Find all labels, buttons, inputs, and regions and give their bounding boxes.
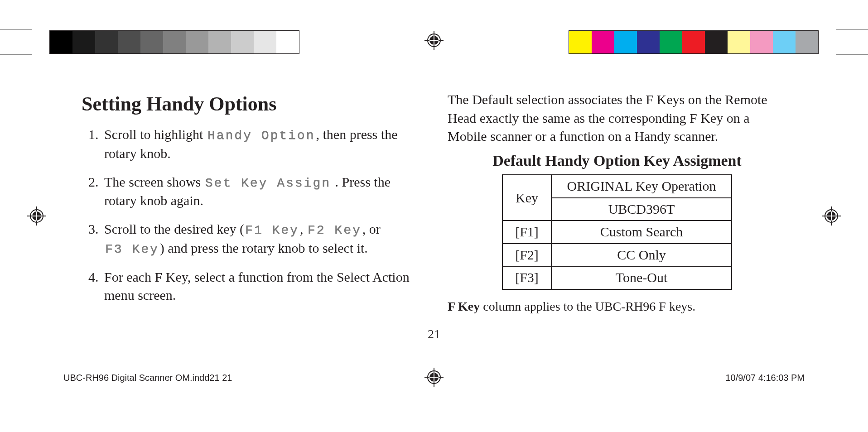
steps-list: Scroll to highlight Handy Option, then p… [82, 125, 420, 304]
swatch [614, 31, 637, 53]
table-header-op: ORIGINAL Key Operation [551, 175, 732, 198]
swatch [750, 31, 773, 53]
swatch [231, 31, 254, 53]
step-item: Scroll to highlight Handy Option, then p… [102, 125, 420, 163]
crop-line [836, 29, 868, 30]
registration-mark-icon [27, 206, 46, 226]
section-title: Setting Handy Options [82, 91, 420, 117]
footer-right: 10/9/07 4:16:03 PM [725, 373, 805, 383]
swatch [705, 31, 728, 53]
swatch [50, 31, 72, 53]
swatch [72, 31, 95, 53]
step-text: , [300, 221, 307, 236]
step-text: ) and press the rotary knob to select it… [160, 240, 368, 255]
table-cell-key: [F2] [502, 244, 551, 267]
footnote-rest: column applies to the UBC-RH96 F keys. [480, 299, 695, 313]
swatch [796, 31, 818, 53]
footnote-bold: F Key [448, 299, 480, 313]
step-text: Scroll to the desired key ( [104, 221, 244, 236]
lcd-label: Handy Option [207, 129, 316, 143]
table-cell-op: Tone-Out [551, 266, 732, 289]
swatch [728, 31, 750, 53]
intro-paragraph: The Default selection associates the F K… [448, 91, 786, 146]
step-item: The screen shows Set Key Assign . Press … [102, 173, 420, 210]
color-calibration-strip [569, 31, 818, 53]
swatch [208, 31, 231, 53]
lcd-label: F1 Key [244, 223, 300, 237]
left-column: Setting Handy Options Scroll to highligh… [82, 91, 420, 337]
table-cell-op: Custom Search [551, 221, 732, 244]
crop-line [0, 29, 32, 30]
step-text: Scroll to highlight [104, 127, 207, 142]
table-cell-op: CC Only [551, 244, 732, 267]
lcd-label: Set Key Assign [204, 176, 332, 190]
footer-meta: UBC-RH96 Digital Scanner OM.indd21 21 10… [63, 373, 805, 383]
table-header-key: Key [502, 175, 551, 221]
right-column: The Default selection associates the F K… [448, 91, 786, 337]
crop-line [836, 54, 868, 55]
table-cell-key: [F3] [502, 266, 551, 289]
table-row: [F2] CC Only [502, 244, 732, 267]
swatch [637, 31, 660, 53]
key-assignment-table: Key ORIGINAL Key Operation UBCD396T [F1]… [502, 174, 732, 290]
table-row: Key ORIGINAL Key Operation [502, 175, 732, 198]
swatch [276, 31, 299, 53]
table-header-model: UBCD396T [551, 198, 732, 221]
lcd-label: F3 Key [104, 242, 160, 256]
greyscale-calibration-strip [50, 31, 299, 53]
swatch [95, 31, 118, 53]
step-item: For each F Key, select a function from t… [102, 268, 420, 305]
table-row: [F1] Custom Search [502, 221, 732, 244]
table-row: [F3] Tone-Out [502, 266, 732, 289]
footer-left: UBC-RH96 Digital Scanner OM.indd21 21 [63, 373, 232, 383]
table-footnote: F Key column applies to the UBC-RH96 F k… [448, 298, 786, 315]
swatch [254, 31, 276, 53]
step-text: , or [362, 221, 381, 236]
lcd-label: F2 Key [307, 223, 362, 237]
table-cell-key: [F1] [502, 221, 551, 244]
swatch [163, 31, 186, 53]
page-number: 21 [0, 327, 868, 341]
swatch [140, 31, 163, 53]
swatch [569, 31, 592, 53]
swatch [186, 31, 208, 53]
swatch [118, 31, 140, 53]
swatch [592, 31, 614, 53]
table-title: Default Handy Option Key Assigment [448, 150, 786, 171]
registration-mark-icon [424, 31, 444, 50]
step-item: Scroll to the desired key (F1 Key, F2 Ke… [102, 220, 420, 258]
swatch [660, 31, 682, 53]
swatch [682, 31, 705, 53]
crop-line [0, 54, 32, 55]
page-content: Setting Handy Options Scroll to highligh… [82, 91, 786, 337]
swatch [773, 31, 796, 53]
step-text: The screen shows [104, 174, 204, 189]
step-text: For each F Key, select a function from t… [104, 269, 410, 303]
registration-mark-icon [822, 206, 841, 226]
